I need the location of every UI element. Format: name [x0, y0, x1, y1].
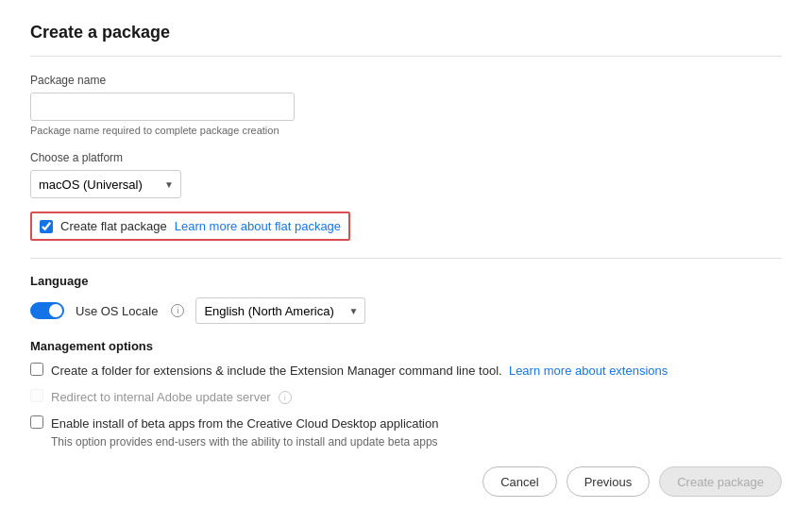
extensions-label: Create a folder for extensions & include…: [51, 364, 505, 378]
beta-label: Enable install of beta apps from the Cre…: [51, 415, 438, 432]
title-divider: [30, 56, 782, 57]
package-name-section: Package name Package name required to co…: [30, 74, 782, 136]
package-name-hint: Package name required to complete packag…: [30, 125, 782, 136]
platform-label: Choose a platform: [30, 151, 782, 164]
extensions-link[interactable]: Learn more about extensions: [509, 364, 668, 378]
language-section: Language Use OS Locale i English (North …: [30, 274, 782, 324]
locale-info-icon[interactable]: i: [171, 304, 184, 317]
management-section-title: Management options: [30, 339, 782, 353]
create-package-button: Create package: [659, 466, 782, 497]
extensions-checkbox[interactable]: [30, 363, 43, 376]
beta-option: Enable install of beta apps from the Cre…: [30, 415, 782, 448]
flat-package-link[interactable]: Learn more about flat package: [175, 219, 341, 233]
redirect-option-text: Redirect to internal Adobe update server…: [51, 389, 292, 406]
beta-subtext: This option provides end-users with the …: [51, 435, 438, 449]
previous-button[interactable]: Previous: [567, 466, 651, 497]
platform-select[interactable]: macOS (Universal) Windows (32 bit) Windo…: [30, 170, 181, 198]
cancel-button[interactable]: Cancel: [482, 466, 556, 497]
platform-section: Choose a platform macOS (Universal) Wind…: [30, 151, 782, 198]
flat-package-checkbox[interactable]: [40, 220, 53, 233]
page-title: Create a package: [30, 23, 782, 42]
flat-package-label: Create flat package: [60, 219, 167, 233]
footer-bar: Cancel Previous Create package: [0, 455, 812, 508]
section-divider-1: [30, 258, 782, 259]
locale-select-wrapper: English (North America) French (France) …: [195, 297, 365, 324]
language-section-title: Language: [30, 274, 782, 288]
language-row: Use OS Locale i English (North America) …: [30, 297, 782, 324]
redirect-checkbox: [30, 389, 43, 402]
main-content: Create a package Package name Package na…: [0, 0, 812, 455]
management-section: Management options Create a folder for e…: [30, 339, 782, 449]
extensions-option: Create a folder for extensions & include…: [30, 363, 782, 380]
platform-select-wrapper: macOS (Universal) Windows (32 bit) Windo…: [30, 170, 181, 198]
use-os-locale-label: Use OS Locale: [76, 304, 158, 318]
beta-option-text: Enable install of beta apps from the Cre…: [51, 415, 438, 448]
package-name-label: Package name: [30, 74, 782, 87]
use-os-locale-toggle[interactable]: [30, 302, 64, 319]
page-container: Create a package Package name Package na…: [0, 0, 812, 508]
redirect-label: Redirect to internal Adobe update server: [51, 389, 271, 406]
extensions-option-text: Create a folder for extensions & include…: [51, 363, 668, 380]
redirect-option: Redirect to internal Adobe update server…: [30, 389, 782, 406]
toggle-slider: [30, 302, 64, 319]
locale-select[interactable]: English (North America) French (France) …: [195, 297, 365, 324]
redirect-info-icon[interactable]: i: [279, 391, 292, 404]
beta-checkbox[interactable]: [30, 415, 43, 429]
flat-package-section: Create flat package Learn more about fla…: [30, 212, 350, 241]
package-name-input[interactable]: [30, 93, 295, 121]
